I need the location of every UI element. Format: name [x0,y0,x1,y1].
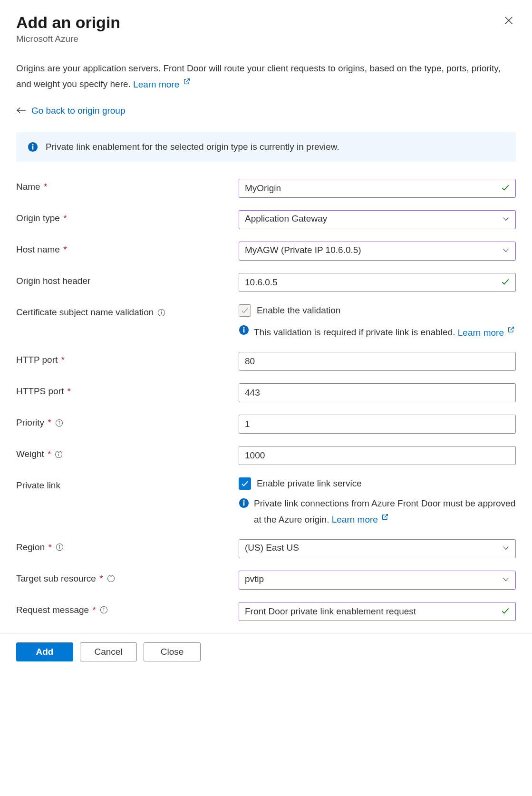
validation-info-text: This validation is required if private l… [254,323,515,340]
origin-type-select[interactable]: Application Gateway [239,210,516,229]
info-icon[interactable] [55,419,63,427]
cancel-button[interactable]: Cancel [80,642,137,661]
request-message-input[interactable] [239,602,516,621]
origin-host-header-label: Origin host header [16,273,239,286]
external-link-icon [507,323,515,337]
back-arrow-icon [16,105,27,117]
origin-type-label: Origin type * [16,210,239,223]
weight-label: Weight * [16,446,239,459]
svg-rect-10 [243,329,245,332]
external-link-icon [381,511,389,524]
info-icon[interactable] [107,574,115,582]
weight-input[interactable] [239,446,516,465]
http-port-label: HTTP port * [16,352,239,365]
cert-validation-label: Certificate subject name validation [16,304,239,318]
name-label: Name * [16,179,239,192]
svg-point-23 [59,545,60,545]
host-name-select[interactable]: MyAGW (Private IP 10.6.0.5) [239,242,516,261]
enable-validation-checkbox[interactable] [239,304,251,317]
svg-point-26 [111,576,111,577]
target-sub-resource-label: Target sub resource * [16,571,239,584]
enable-validation-label: Enable the validation [257,305,340,316]
close-icon[interactable] [502,13,516,29]
priority-label: Priority * [16,415,239,428]
learn-more-link[interactable]: Learn more [133,79,190,89]
http-port-input[interactable] [239,352,516,371]
add-button[interactable]: Add [16,642,73,661]
svg-point-29 [104,608,104,608]
https-port-label: HTTPS port * [16,383,239,397]
info-icon[interactable] [157,309,165,317]
info-icon[interactable] [56,543,64,551]
page-subtitle: Microsoft Azure [16,34,120,44]
description-body: Origins are your application servers. Fr… [16,63,501,89]
origin-host-header-input[interactable] [239,273,516,292]
external-link-icon [183,75,191,89]
svg-point-11 [243,327,244,329]
svg-point-8 [161,311,162,311]
svg-rect-4 [32,146,34,149]
info-icon[interactable] [55,450,63,458]
back-link[interactable]: Go back to origin group [31,106,126,116]
banner-text: Private link enablement for the selected… [46,142,339,152]
learn-more-link[interactable]: Learn more [458,328,515,338]
region-label: Region * [16,539,239,553]
enable-private-link-label: Enable private link service [257,478,362,489]
info-icon [239,325,249,335]
description-text: Origins are your application servers. Fr… [16,61,516,91]
svg-point-5 [32,144,33,146]
learn-more-link[interactable]: Learn more [332,514,389,524]
page-title: Add an origin [16,13,120,32]
svg-rect-19 [243,502,245,505]
preview-banner: Private link enablement for the selected… [16,132,516,162]
target-sub-resource-select[interactable]: pvtip [239,571,516,590]
svg-point-20 [243,500,244,502]
request-message-label: Request message * [16,602,239,615]
host-name-label: Host name * [16,242,239,255]
enable-private-link-checkbox[interactable] [239,477,251,490]
svg-point-14 [59,421,59,421]
priority-input[interactable] [239,415,516,434]
name-input[interactable] [239,179,516,198]
close-button[interactable]: Close [144,642,201,661]
svg-point-17 [58,452,59,453]
region-select[interactable]: (US) East US [239,539,516,558]
info-icon [28,142,38,152]
private-link-label: Private link [16,477,239,491]
https-port-input[interactable] [239,383,516,402]
private-link-info-text: Private link connections from Azure Fron… [254,496,516,526]
info-icon [239,498,249,508]
info-icon[interactable] [100,606,108,614]
